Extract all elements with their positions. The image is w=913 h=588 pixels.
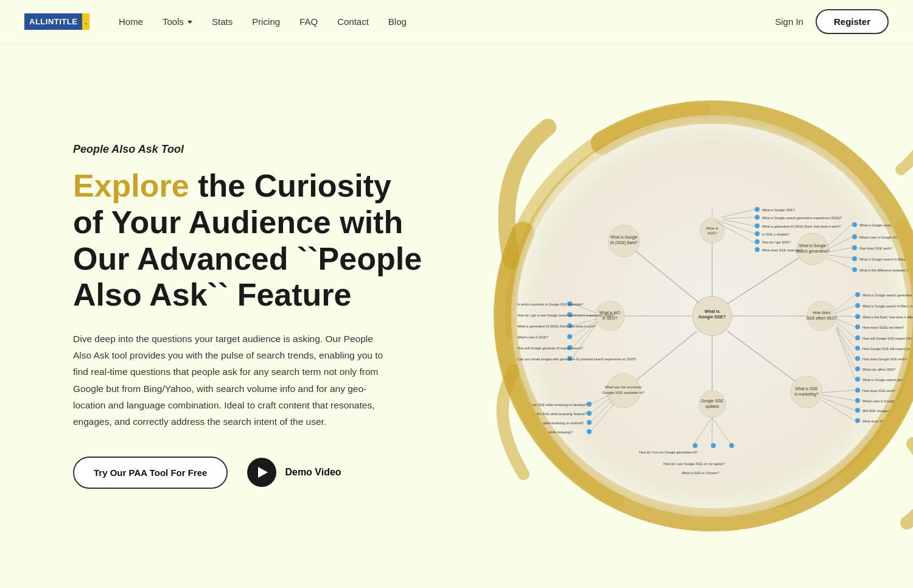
svg-text:What does SGE mean for?: What does SGE mean for? xyxy=(762,248,802,252)
svg-point-86 xyxy=(855,398,860,403)
svg-point-60 xyxy=(855,303,860,308)
svg-text:How do I turn on Google genera: How do I turn on Google generative AI? xyxy=(639,450,698,454)
right-visual: What is Google SGE? What is SGE? What is… xyxy=(475,72,913,559)
play-icon-container xyxy=(247,458,276,487)
register-button[interactable]: Register xyxy=(816,9,889,34)
svg-text:What is SGE in Chrome?: What is SGE in Chrome? xyxy=(682,471,719,475)
svg-line-57 xyxy=(836,322,855,338)
nav-pricing[interactable]: Pricing xyxy=(252,16,280,27)
svg-text:What's new in Google SGE?: What's new in Google SGE? xyxy=(859,236,902,239)
navbar-left: ALLINTITLE. Home Tools Stats Pricing FAQ… xyxy=(24,13,407,30)
svg-text:What does SGE stand for?: What does SGE stand for? xyxy=(862,419,902,423)
svg-line-34 xyxy=(633,249,699,303)
svg-point-45 xyxy=(852,234,857,239)
svg-text:How do I get SGE?: How do I get SGE? xyxy=(762,240,791,244)
nav-tools[interactable]: Tools xyxy=(163,16,192,27)
svg-text:What is Google search generati: What is Google search generative experie… xyxy=(862,293,913,297)
logo[interactable]: ALLINTITLE. xyxy=(24,13,89,30)
svg-text:What is Google search AI Bard,: What is Google search AI Bard, how does … xyxy=(859,257,913,261)
tools-chevron-icon xyxy=(187,21,192,24)
svg-text:Google SGE?: Google SGE? xyxy=(698,315,726,320)
nav-stats[interactable]: Stats xyxy=(212,16,233,27)
svg-point-98 xyxy=(755,207,760,212)
svg-text:What is Google: What is Google xyxy=(799,243,827,248)
svg-text:in marketing?: in marketing? xyxy=(794,392,818,397)
svg-line-53 xyxy=(836,295,855,310)
svg-point-74 xyxy=(855,356,860,361)
nav-tools-link[interactable]: Tools xyxy=(163,16,184,27)
svg-point-43 xyxy=(852,222,857,227)
svg-line-56 xyxy=(836,319,855,327)
svg-text:How does Google SGE work?: How does Google SGE work? xyxy=(862,357,907,361)
svg-point-51 xyxy=(852,267,857,272)
nav-home[interactable]: Home xyxy=(119,16,143,27)
svg-text:Google SGE available in?: Google SGE available in? xyxy=(603,391,645,394)
svg-text:How do I get a new Google sear: How do I get a new Google search generat… xyxy=(517,313,615,317)
svg-point-90 xyxy=(855,418,860,423)
nav-blog[interactable]: Blog xyxy=(388,16,407,27)
svg-text:What is the difference between: What is the difference between SGE and S… xyxy=(859,268,913,272)
svg-line-70 xyxy=(836,328,855,369)
svg-line-124 xyxy=(712,418,730,444)
svg-text:What is Google search generati: What is Google search generative experie… xyxy=(862,378,913,382)
logo-text: ALLINTITLE xyxy=(24,13,82,30)
demo-video-button[interactable]: Demo Video xyxy=(247,458,341,487)
svg-text:SGE?: SGE? xyxy=(707,231,718,235)
svg-text:What is generative AI (SGE) Ba: What is generative AI (SGE) Bard, how do… xyxy=(762,225,841,228)
svg-point-118 xyxy=(587,420,592,425)
svg-point-58 xyxy=(855,292,860,297)
svg-text:What is generative AI (SGE) Ba: What is generative AI (SGE) Bard, how do… xyxy=(517,324,596,328)
svg-line-113 xyxy=(590,403,615,432)
svg-text:How many SGEs are there?: How many SGEs are there? xyxy=(862,326,904,329)
svg-line-39 xyxy=(828,237,852,249)
svg-line-80 xyxy=(822,390,855,393)
svg-point-116 xyxy=(587,411,592,416)
svg-text:Will SGE change how users sear: Will SGE change how users search and fin… xyxy=(862,409,913,413)
svg-text:AI (SGE) Bard?: AI (SGE) Bard? xyxy=(610,240,638,245)
svg-line-40 xyxy=(828,248,852,252)
nav-links: Home Tools Stats Pricing FAQ Contact Blo… xyxy=(119,16,407,27)
svg-point-106 xyxy=(755,239,760,244)
svg-line-111 xyxy=(590,397,612,413)
svg-line-122 xyxy=(694,418,712,444)
svg-text:Google SGE: Google SGE xyxy=(701,399,724,404)
svg-line-41 xyxy=(828,255,852,258)
svg-line-95 xyxy=(723,220,755,226)
svg-line-93 xyxy=(721,209,755,217)
svg-point-78 xyxy=(855,377,860,382)
svg-text:How Google SGE will impact you: How Google SGE will impact your traffic … xyxy=(862,347,913,351)
svg-line-112 xyxy=(590,400,613,422)
hero-title: Explore the Curiosity of Your Audience w… xyxy=(73,168,426,313)
try-paa-button[interactable]: Try Our PAA Tool For Free xyxy=(73,457,228,489)
svg-point-143 xyxy=(567,334,572,339)
svg-line-83 xyxy=(822,401,855,421)
nav-faq[interactable]: FAQ xyxy=(299,16,318,27)
svg-point-88 xyxy=(855,408,860,413)
svg-text:What can affect SGE?: What can affect SGE? xyxy=(862,368,895,371)
svg-line-10 xyxy=(727,255,803,304)
svg-point-102 xyxy=(755,223,760,228)
nav-contact[interactable]: Contact xyxy=(337,16,369,27)
navbar: ALLINTITLE. Home Tools Stats Pricing FAQ… xyxy=(0,0,913,44)
svg-text:What is SGE: What is SGE xyxy=(795,387,818,391)
hero-description: Dive deep into the questions your target… xyxy=(73,331,390,430)
logo-dot: . xyxy=(82,13,89,30)
left-content: People Also Ask Tool Explore the Curiosi… xyxy=(73,143,426,489)
svg-point-47 xyxy=(852,245,857,250)
svg-point-66 xyxy=(855,335,860,340)
svg-text:How does SGE work?: How does SGE work? xyxy=(859,247,892,250)
svg-point-114 xyxy=(587,402,592,407)
svg-point-125 xyxy=(693,443,698,448)
svg-text:How will Google SGE impact SEO: How will Google SGE impact SEO? xyxy=(862,337,913,340)
svg-text:How do I make SGE while browsi: How do I make SGE while browsing? xyxy=(517,430,572,434)
mindmap-visualization: What is Google SGE? What is SGE? What is… xyxy=(511,115,913,517)
svg-text:What is: What is xyxy=(706,226,718,230)
svg-line-26 xyxy=(633,331,697,383)
sign-in-button[interactable]: Sign In xyxy=(775,16,803,27)
svg-text:What are the countries: What are the countries xyxy=(605,385,642,389)
svg-point-108 xyxy=(755,247,760,252)
svg-point-7 xyxy=(700,219,724,243)
svg-text:How does: How does xyxy=(813,310,831,315)
svg-line-18 xyxy=(727,331,797,383)
svg-text:How will Google generate AI im: How will Google generate AI impact searc… xyxy=(517,346,583,350)
